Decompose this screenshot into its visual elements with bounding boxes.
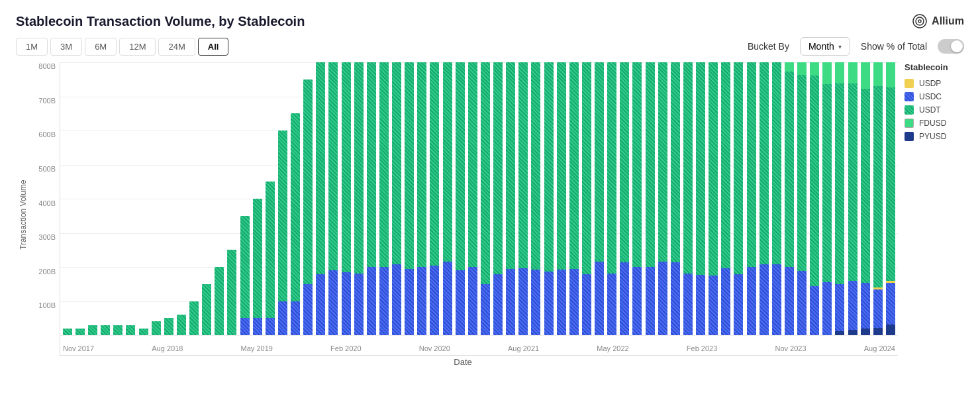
bar-usdc (468, 267, 477, 335)
bar-usdc (620, 262, 629, 335)
time-btn-12m[interactable]: 12M (119, 38, 156, 56)
bar-usdt (126, 325, 135, 335)
bar-usdt (342, 62, 351, 272)
y-label: 200B (28, 268, 60, 276)
bar-fdusd (873, 62, 883, 86)
bar-group (163, 62, 175, 335)
bar-fdusd (785, 62, 794, 72)
bar-usdc (671, 262, 680, 335)
x-axis-title: Date (28, 357, 898, 367)
bar-stack (493, 62, 503, 335)
bucket-dropdown[interactable]: Month ▾ (800, 37, 850, 56)
bar-fdusd (886, 62, 895, 87)
bar-group (543, 62, 555, 335)
bar-stack (607, 62, 616, 335)
bucket-value: Month (808, 41, 834, 52)
time-btn-all[interactable]: All (198, 38, 229, 56)
bar-stack (595, 62, 604, 335)
bar-fdusd (797, 62, 807, 75)
bar-stack (88, 325, 97, 335)
grid-line (60, 335, 898, 336)
bar-usdt (392, 62, 401, 264)
bar-group (289, 62, 301, 335)
bar-usdc (544, 272, 554, 335)
bar-stack (620, 62, 629, 335)
bar-group (150, 62, 162, 335)
bar-stack (544, 62, 554, 335)
bar-usdt (88, 325, 97, 335)
bar-usdt (518, 62, 528, 268)
legend-item-usdp: USDP (905, 79, 964, 88)
bar-group (138, 62, 150, 335)
bar-usdt (683, 62, 693, 274)
bucket-by-label: Bucket By (748, 41, 789, 52)
time-btn-1m[interactable]: 1M (16, 38, 48, 56)
bar-usdc (683, 274, 693, 335)
bar-group (783, 62, 795, 335)
bar-usdt (189, 301, 199, 336)
bar-usdt (671, 62, 680, 262)
y-axis-title: Transaction Volume (16, 62, 28, 367)
bar-group (454, 62, 466, 335)
bar-usdt (202, 284, 211, 335)
legend-color-usdt (905, 105, 914, 115)
bar-usdt (721, 62, 730, 268)
header: Stablecoin Transaction Volume, by Stable… (16, 13, 964, 29)
time-btn-24m[interactable]: 24M (158, 38, 195, 56)
bar-group (264, 62, 276, 335)
bar-group (479, 62, 491, 335)
bar-group (416, 62, 428, 335)
bar-group (87, 62, 99, 335)
bar-group (378, 62, 390, 335)
bar-stack (291, 113, 300, 335)
bar-group (632, 62, 644, 335)
y-labels: 800B700B600B500B400B300B200B100B (28, 62, 60, 356)
time-btn-3m[interactable]: 3M (50, 38, 82, 56)
legend-label-usdp: USDP (919, 79, 941, 88)
bar-group (872, 62, 884, 335)
bar-group (442, 62, 454, 335)
bar-stack (456, 62, 465, 335)
bar-stack (215, 267, 224, 335)
bar-stack (861, 62, 870, 335)
bar-usdc (721, 268, 730, 335)
bar-stack (443, 62, 452, 335)
bar-usdc (518, 268, 528, 336)
bar-usdt (760, 62, 769, 264)
show-pct-toggle[interactable] (938, 39, 964, 54)
time-btn-6m[interactable]: 6M (85, 38, 117, 56)
bar-group (593, 62, 605, 335)
bar-usdt (443, 62, 452, 262)
x-label: May 2022 (597, 344, 628, 352)
x-label: Feb 2023 (687, 344, 717, 352)
bar-group (822, 62, 834, 335)
bar-usdc (493, 274, 503, 335)
legend-label-fdusd: FDUSD (919, 119, 946, 128)
bar-pyusd (873, 328, 883, 335)
bar-group (214, 62, 226, 335)
bar-usdt (316, 62, 325, 274)
chart-grid: 800B700B600B500B400B300B200B100B Nov 201… (28, 62, 898, 356)
bar-usdc (848, 281, 858, 330)
y-label: 800B (28, 62, 60, 70)
x-label: Nov 2020 (419, 344, 450, 352)
bar-group (847, 62, 859, 335)
bar-usdt (164, 318, 173, 335)
bar-usdt (328, 62, 338, 270)
bar-group (606, 62, 618, 335)
page-title: Stablecoin Transaction Volume, by Stable… (16, 14, 305, 29)
bar-stack (632, 62, 642, 335)
bar-usdt (493, 62, 503, 274)
bar-group (239, 62, 251, 335)
bar-stack (164, 318, 173, 335)
legend-color-usdc (905, 92, 914, 101)
bar-group (568, 62, 580, 335)
bar-usdc (417, 267, 426, 335)
bar-usdt (810, 76, 819, 286)
bar-pyusd (835, 331, 844, 335)
bar-stack (709, 62, 718, 335)
bar-usdt (278, 130, 287, 301)
bar-usdt (747, 62, 756, 267)
bar-usdc (354, 274, 364, 335)
bar-group (644, 62, 656, 335)
